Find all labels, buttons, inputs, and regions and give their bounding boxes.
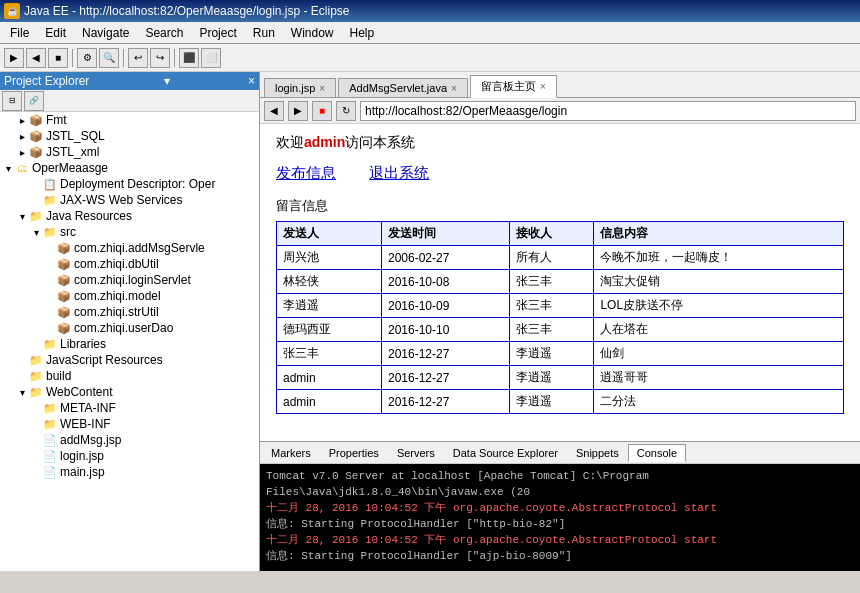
menu-item-run[interactable]: Run	[245, 24, 283, 42]
tree-item-deployment[interactable]: 📋Deployment Descriptor: Oper	[0, 176, 259, 192]
toolbar-btn-2[interactable]: ◀	[26, 48, 46, 68]
logout-link[interactable]: 退出系统	[369, 164, 429, 181]
tree-arrow-fmt[interactable]: ▸	[16, 115, 28, 126]
tree-arrow-java_resources[interactable]: ▾	[16, 211, 28, 222]
btab-markers[interactable]: Markers	[262, 444, 320, 462]
tree-icon-jsresources: 📁	[28, 353, 44, 367]
right-panel: login.jsp×AddMsgServlet.java×留言板主页× ◀ ▶ …	[260, 72, 860, 571]
tree-icon-strutil: 📦	[56, 305, 72, 319]
tree-arrow-opermeaasge[interactable]: ▾	[2, 163, 14, 174]
sidebar-toolbar: ⊟ 🔗	[0, 90, 259, 112]
tab-addmsg_tab[interactable]: AddMsgServlet.java×	[338, 78, 468, 97]
tree-item-src[interactable]: ▾📁src	[0, 224, 259, 240]
tree-icon-fmt: 📦	[28, 113, 44, 127]
toolbar-btn-3[interactable]: ■	[48, 48, 68, 68]
tree-icon-web_inf: 📁	[42, 417, 58, 431]
tree-item-loginservlet[interactable]: 📦com.zhiqi.loginServlet	[0, 272, 259, 288]
tree-item-fmt[interactable]: ▸📦Fmt	[0, 112, 259, 128]
sidebar-link-btn[interactable]: 🔗	[24, 91, 44, 111]
bottom-tabs-row: MarkersPropertiesServersData Source Expl…	[260, 442, 860, 464]
toolbar-btn-7[interactable]: ↪	[150, 48, 170, 68]
tree-item-main_jsp[interactable]: 📄main.jsp	[0, 464, 259, 480]
tree-arrow-jstl_sql[interactable]: ▸	[16, 131, 28, 142]
tree-item-model[interactable]: 📦com.zhiqi.model	[0, 288, 259, 304]
tree-item-web_inf[interactable]: 📁WEB-INF	[0, 416, 259, 432]
sidebar-collapse-btn[interactable]: ⊟	[2, 91, 22, 111]
tree-item-jstl_sql[interactable]: ▸📦JSTL_SQL	[0, 128, 259, 144]
tree-item-java_resources[interactable]: ▾📁Java Resources	[0, 208, 259, 224]
table-cell-sender-0: 周兴池	[277, 246, 382, 270]
toolbar-btn-6[interactable]: ↩	[128, 48, 148, 68]
toolbar-btn-5[interactable]: 🔍	[99, 48, 119, 68]
toolbar-btn-9[interactable]: ⬜	[201, 48, 221, 68]
menu-item-navigate[interactable]: Navigate	[74, 24, 137, 42]
tree-label-jsresources: JavaScript Resources	[46, 353, 163, 367]
tree-arrow-jstl_xml[interactable]: ▸	[16, 147, 28, 158]
sidebar-close-icon[interactable]: ×	[248, 74, 255, 88]
publish-link[interactable]: 发布信息	[276, 164, 336, 181]
btab-data-source-explorer[interactable]: Data Source Explorer	[444, 444, 567, 462]
tree-item-userdao[interactable]: 📦com.zhiqi.userDao	[0, 320, 259, 336]
table-cell-sender-1: 林轻侠	[277, 270, 382, 294]
tree-label-meta_inf: META-INF	[60, 401, 116, 415]
table-cell-sender-6: admin	[277, 390, 382, 414]
tree-item-webcontent[interactable]: ▾📁WebContent	[0, 384, 259, 400]
forward-btn[interactable]: ▶	[288, 101, 308, 121]
tree-item-addmsg[interactable]: 📦com.zhiqi.addMsgServle	[0, 240, 259, 256]
stop-btn[interactable]: ■	[312, 101, 332, 121]
tab-close-liuyanban_tab[interactable]: ×	[540, 81, 546, 92]
table-body: 周兴池2006-02-27所有人今晚不加班，一起嗨皮！林轻侠2016-10-08…	[277, 246, 844, 414]
tree-item-build[interactable]: 📁build	[0, 368, 259, 384]
console-line-0: 十二月 28, 2016 10:04:52 下午 org.apache.coyo…	[266, 500, 854, 516]
refresh-btn[interactable]: ↻	[336, 101, 356, 121]
tab-login_jsp_tab[interactable]: login.jsp×	[264, 78, 336, 97]
tree-item-jsresources[interactable]: 📁JavaScript Resources	[0, 352, 259, 368]
menu-item-search[interactable]: Search	[137, 24, 191, 42]
tree-label-opermeaasge: OperMeaasge	[32, 161, 108, 175]
table-cell-sender-5: admin	[277, 366, 382, 390]
menu-item-help[interactable]: Help	[342, 24, 383, 42]
menu-item-project[interactable]: Project	[191, 24, 244, 42]
table-cell-content-5: 逍遥哥哥	[594, 366, 844, 390]
tree-item-jstl_xml[interactable]: ▸📦JSTL_xml	[0, 144, 259, 160]
toolbar-btn-4[interactable]: ⚙	[77, 48, 97, 68]
btab-properties[interactable]: Properties	[320, 444, 388, 462]
address-input[interactable]	[360, 101, 856, 121]
table-cell-receiver-2: 张三丰	[510, 294, 594, 318]
table-row: 周兴池2006-02-27所有人今晚不加班，一起嗨皮！	[277, 246, 844, 270]
tree-icon-libraries: 📁	[42, 337, 58, 351]
tree-item-meta_inf[interactable]: 📁META-INF	[0, 400, 259, 416]
menu-item-window[interactable]: Window	[283, 24, 342, 42]
tree-item-opermeaasge[interactable]: ▾🗂OperMeaasge	[0, 160, 259, 176]
table-header-1: 发送时间	[382, 222, 510, 246]
table-header-2: 接收人	[510, 222, 594, 246]
tab-close-addmsg_tab[interactable]: ×	[451, 83, 457, 94]
admin-link[interactable]: admin	[304, 134, 345, 150]
toolbar-btn-8[interactable]: ⬛	[179, 48, 199, 68]
table-cell-time-3: 2016-10-10	[382, 318, 510, 342]
tree-item-dbutil[interactable]: 📦com.zhiqi.dbUtil	[0, 256, 259, 272]
tree-item-strutil[interactable]: 📦com.zhiqi.strUtil	[0, 304, 259, 320]
tree-icon-loginservlet: 📦	[56, 273, 72, 287]
tree-item-login_jsp[interactable]: 📄login.jsp	[0, 448, 259, 464]
btab-console[interactable]: Console	[628, 444, 686, 462]
tree-item-jaxws[interactable]: 📁JAX-WS Web Services	[0, 192, 259, 208]
tab-liuyanban_tab[interactable]: 留言板主页×	[470, 75, 557, 98]
tree-item-addmsg_jsp[interactable]: 📄addMsg.jsp	[0, 432, 259, 448]
toolbar-btn-1[interactable]: ▶	[4, 48, 24, 68]
menu-item-file[interactable]: File	[2, 24, 37, 42]
tree-arrow-src[interactable]: ▾	[30, 227, 42, 238]
tree-arrow-webcontent[interactable]: ▾	[16, 387, 28, 398]
tree-label-loginservlet: com.zhiqi.loginServlet	[74, 273, 191, 287]
title-text: Java EE - http://localhost:82/OperMeaasg…	[24, 4, 350, 18]
tree-label-userdao: com.zhiqi.userDao	[74, 321, 173, 335]
btab-servers[interactable]: Servers	[388, 444, 444, 462]
sidebar-menu-icon[interactable]: ▾	[164, 74, 170, 88]
table-cell-sender-4: 张三丰	[277, 342, 382, 366]
menu-item-edit[interactable]: Edit	[37, 24, 74, 42]
btab-snippets[interactable]: Snippets	[567, 444, 628, 462]
tab-close-login_jsp_tab[interactable]: ×	[319, 83, 325, 94]
tree-icon-login_jsp: 📄	[42, 449, 58, 463]
tree-item-libraries[interactable]: 📁Libraries	[0, 336, 259, 352]
back-btn[interactable]: ◀	[264, 101, 284, 121]
